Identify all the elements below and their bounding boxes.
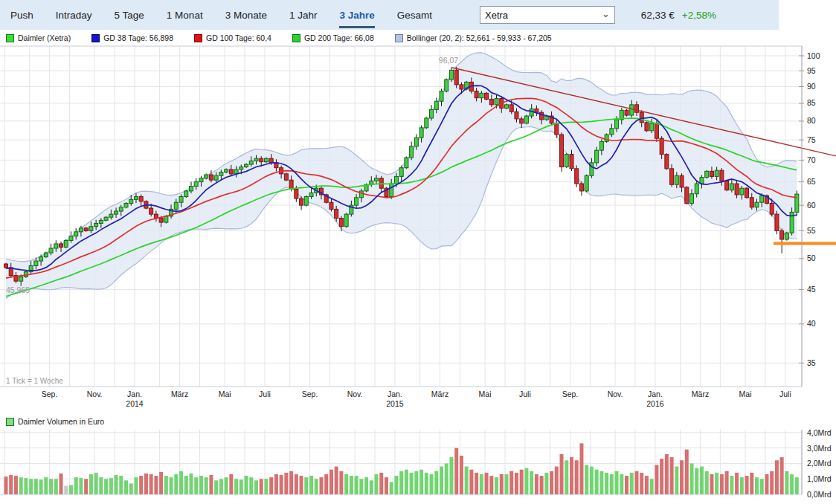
svg-text:März: März bbox=[171, 390, 188, 398]
svg-text:85: 85 bbox=[807, 98, 816, 107]
svg-text:50: 50 bbox=[807, 253, 816, 262]
svg-text:Mai: Mai bbox=[219, 390, 231, 398]
svg-text:2,0Mrd: 2,0Mrd bbox=[807, 459, 832, 468]
volume-axis: 4,0Mrd3,0Mrd2,0Mrd1,0Mrd0,0Mrd bbox=[807, 428, 832, 499]
svg-text:Nov.: Nov. bbox=[87, 390, 103, 398]
svg-text:4,0Mrd: 4,0Mrd bbox=[807, 428, 832, 437]
svg-text:Sep.: Sep. bbox=[302, 390, 318, 398]
svg-text:45: 45 bbox=[807, 285, 816, 294]
period-low-label: 45,965 bbox=[6, 285, 30, 294]
period-high-label: 96,07 bbox=[439, 56, 458, 65]
svg-text:Juli: Juli bbox=[259, 390, 271, 398]
svg-text:Juli: Juli bbox=[519, 390, 531, 398]
svg-text:0,0Mrd: 0,0Mrd bbox=[807, 490, 832, 499]
svg-text:60: 60 bbox=[807, 201, 816, 210]
svg-text:40: 40 bbox=[807, 319, 816, 328]
svg-text:1,0Mrd: 1,0Mrd bbox=[807, 474, 832, 483]
svg-text:Juli: Juli bbox=[779, 390, 791, 398]
svg-text:3,0Mrd: 3,0Mrd bbox=[807, 444, 832, 453]
chart-widget: Push Intraday 5 Tage 1 Monat 3 Monate 1 … bbox=[0, 0, 836, 504]
svg-text:75: 75 bbox=[807, 135, 816, 144]
svg-text:2014: 2014 bbox=[126, 399, 144, 408]
svg-text:35: 35 bbox=[807, 358, 816, 367]
svg-text:70: 70 bbox=[807, 155, 816, 164]
svg-text:80: 80 bbox=[807, 116, 816, 125]
svg-text:2015: 2015 bbox=[386, 399, 404, 408]
svg-text:Nov.: Nov. bbox=[608, 390, 623, 398]
svg-text:Sep.: Sep. bbox=[562, 390, 579, 398]
svg-text:März: März bbox=[431, 390, 448, 398]
svg-text:Mai: Mai bbox=[479, 390, 492, 398]
svg-text:100: 100 bbox=[807, 51, 820, 60]
svg-text:Sep.: Sep. bbox=[42, 390, 58, 398]
price-axis: 10095908580757065605550454035 bbox=[799, 46, 820, 494]
tick-note: 1 Tick = 1 Woche bbox=[6, 377, 63, 385]
svg-text:2016: 2016 bbox=[646, 399, 664, 408]
price-and-volume-chart: 10095908580757065605550454035Sep.Nov.Jan… bbox=[0, 0, 836, 504]
svg-text:Nov.: Nov. bbox=[347, 390, 363, 398]
svg-text:65: 65 bbox=[807, 177, 816, 186]
volume-bars bbox=[4, 443, 799, 494]
svg-text:Jan.: Jan. bbox=[388, 390, 402, 398]
x-axis-labels: Sep.Nov.Jan.2014MärzMaiJuliSep.Nov.Jan.2… bbox=[42, 390, 791, 408]
svg-text:90: 90 bbox=[807, 82, 816, 91]
svg-text:März: März bbox=[692, 390, 709, 398]
svg-text:Jan.: Jan. bbox=[648, 390, 663, 398]
svg-text:Jan.: Jan. bbox=[127, 390, 142, 398]
svg-text:Mai: Mai bbox=[739, 390, 752, 398]
svg-text:55: 55 bbox=[807, 226, 816, 235]
svg-text:95: 95 bbox=[807, 66, 816, 75]
